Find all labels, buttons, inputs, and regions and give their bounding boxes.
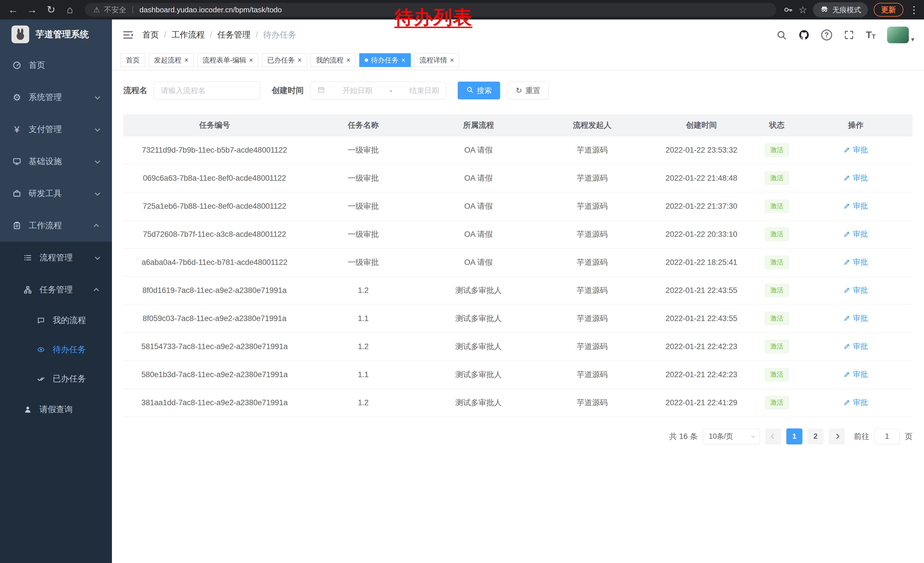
prev-page-button[interactable] [765, 428, 781, 444]
sidebar-item-done-tasks[interactable]: 已办任务 [0, 364, 112, 393]
status-badge: 激活 [765, 284, 789, 297]
sidebar-item-my-process[interactable]: 我的流程 [0, 306, 112, 335]
approve-button[interactable]: 审批 [844, 173, 868, 183]
browser-forward-icon[interactable]: → [24, 2, 40, 18]
sidebar-item-leave-query[interactable]: 请假查询 [0, 393, 112, 426]
start-date-placeholder: 开始日期 [342, 86, 372, 96]
cell-status: 激活 [755, 276, 799, 305]
close-icon[interactable]: × [450, 57, 454, 63]
search-button[interactable]: 搜索 [458, 82, 500, 99]
approve-label: 审批 [853, 257, 868, 267]
sidebar-item-task-management[interactable]: 任务管理 [0, 274, 112, 306]
url-text[interactable]: dashboard.yudao.iocoder.cn/bpm/task/todo [140, 6, 282, 14]
sidebar-item-system[interactable]: ⚙ 系统管理 [0, 81, 112, 113]
tab-my-process[interactable]: 我的流程 × [310, 53, 356, 67]
total-count: 共 16 条 [669, 431, 698, 441]
approve-button[interactable]: 审批 [844, 313, 868, 323]
next-page-button[interactable] [829, 428, 845, 444]
bookmark-star-icon[interactable]: ☆ [799, 4, 807, 15]
approve-label: 审批 [853, 398, 868, 407]
process-name-input[interactable] [161, 86, 253, 95]
chevron-down-icon [95, 126, 100, 131]
status-badge: 激活 [765, 228, 789, 241]
incognito-icon [820, 4, 829, 15]
sidebar-item-workflow[interactable]: 工作流程 [0, 210, 112, 242]
close-icon[interactable]: × [249, 57, 253, 63]
date-range-picker[interactable]: 开始日期 - 结束日期 [310, 82, 446, 99]
update-label: 更新 [881, 5, 896, 15]
app-logo[interactable]: 芋道管理系统 [0, 20, 112, 49]
breadcrumb-separator: / [256, 30, 258, 39]
tab-process-form-edit[interactable]: 流程表单-编辑 × [197, 53, 258, 67]
help-icon[interactable]: ? [821, 30, 832, 41]
user-avatar-menu[interactable]: ▾ [887, 27, 914, 43]
close-icon[interactable]: × [401, 57, 405, 63]
approve-button[interactable]: 审批 [844, 398, 868, 407]
github-icon[interactable] [798, 29, 810, 41]
tab-done-tasks[interactable]: 已办任务 × [262, 53, 307, 67]
sidebar-item-devtools[interactable]: 研发工具 [0, 177, 112, 210]
browser-home-icon[interactable]: ⌂ [62, 2, 78, 18]
browser-menu-kebab-icon[interactable]: ⋮ [909, 4, 919, 15]
browser-update-button[interactable]: 更新 [874, 3, 903, 17]
sidebar-item-payment[interactable]: ¥ 支付管理 [0, 113, 112, 146]
close-icon[interactable]: × [346, 57, 350, 63]
cell-task-name: 1.2 [306, 389, 421, 417]
approve-button[interactable]: 审批 [844, 341, 868, 351]
cell-process: OA 请假 [421, 220, 536, 248]
cell-task-id: a6aba0a4-7b6d-11ec-b781-acde48001122 [123, 248, 306, 276]
chevron-down-icon [95, 255, 100, 260]
tab-initiate-process[interactable]: 发起流程 × [148, 53, 194, 67]
approve-button[interactable]: 审批 [844, 145, 868, 155]
sidebar-item-process-management[interactable]: 流程管理 [0, 242, 112, 274]
breadcrumb-workflow[interactable]: 工作流程 [171, 29, 205, 41]
chevron-right-icon [834, 434, 839, 439]
browser-back-icon[interactable]: ← [5, 2, 21, 18]
status-badge: 激活 [765, 312, 789, 325]
approve-button[interactable]: 审批 [844, 285, 868, 295]
org-chart-icon [22, 285, 33, 294]
approve-button[interactable]: 审批 [844, 201, 868, 211]
font-size-icon[interactable]: TT [866, 29, 876, 41]
status-badge: 激活 [765, 368, 789, 381]
close-icon[interactable]: × [184, 57, 188, 63]
goto-page-input[interactable] [874, 428, 900, 444]
incognito-profile-chip[interactable]: 无痕模式 [813, 2, 868, 17]
browser-reload-icon[interactable]: ↻ [43, 2, 59, 18]
sidebar-item-label: 系统管理 [28, 92, 62, 103]
breadcrumb-home[interactable]: 首页 [142, 29, 159, 41]
security-label[interactable]: 不安全 [104, 5, 126, 15]
sidebar-item-label: 工作流程 [28, 220, 62, 231]
page-button-2[interactable]: 2 [807, 428, 824, 444]
cell-task-id: 580e1b3d-7ac8-11ec-a9e2-a2380e71991a [123, 360, 306, 389]
cell-actions: 审批 [799, 360, 912, 389]
password-key-icon[interactable] [783, 5, 793, 15]
tab-todo-tasks[interactable]: 待办任务 × [359, 53, 411, 67]
sidebar-item-infrastructure[interactable]: 基础设施 [0, 146, 112, 177]
sidebar-item-home[interactable]: 首页 [0, 49, 112, 81]
process-name-label: 流程名 [123, 85, 147, 96]
cell-task-id: 381aa1dd-7ac8-11ec-a9e2-a2380e71991a [123, 389, 306, 417]
tab-home[interactable]: 首页 [120, 53, 145, 67]
sidebar-item-todo-tasks[interactable]: 待办任务 [0, 335, 112, 364]
eye-icon [36, 346, 46, 354]
cell-process: 测试多审批人 [421, 389, 536, 417]
search-icon[interactable] [776, 30, 787, 41]
breadcrumb-task-management[interactable]: 任务管理 [217, 29, 250, 41]
close-icon[interactable]: × [298, 57, 302, 63]
cell-task-id: 069c6a63-7b8a-11ec-8ef0-acde48001122 [123, 164, 306, 192]
page-size-select[interactable]: 10条/页 [703, 428, 760, 444]
cell-task-name: 一级审批 [306, 248, 421, 276]
approve-button[interactable]: 审批 [844, 257, 868, 267]
tab-process-detail[interactable]: 流程详情 × [414, 53, 459, 67]
cell-created: 2022-01-22 23:53:32 [648, 136, 754, 164]
approve-button[interactable]: 审批 [844, 369, 868, 380]
page-content: 流程名 创建时间 开始日期 - 结束日期 [112, 70, 924, 563]
fullscreen-icon[interactable] [844, 30, 855, 41]
reset-button[interactable]: ↻ 重置 [507, 82, 549, 99]
page-button-1[interactable]: 1 [786, 428, 802, 444]
cell-process: 测试多审批人 [421, 360, 536, 389]
sidebar-toggle-icon[interactable] [122, 29, 134, 41]
date-separator: - [390, 86, 392, 95]
approve-button[interactable]: 审批 [844, 229, 868, 239]
